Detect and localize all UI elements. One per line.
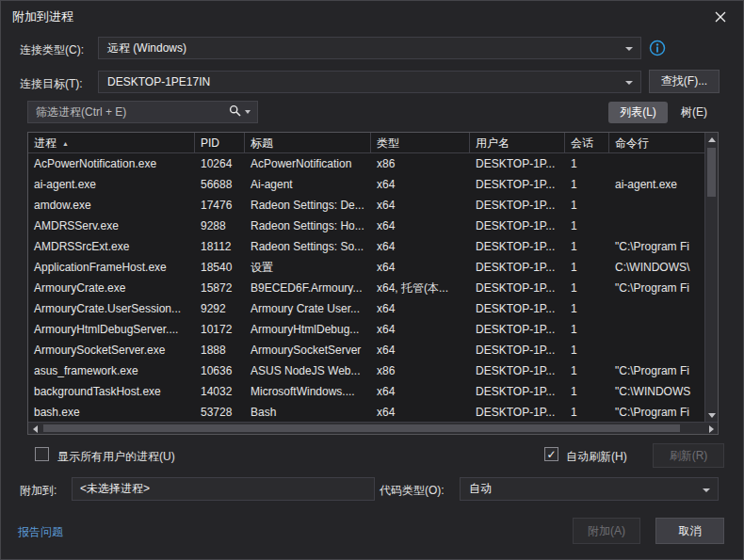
report-problem-link[interactable]: 报告问题 [18, 524, 63, 540]
refresh-button[interactable]: 刷新(R) [653, 443, 724, 468]
column-header-user[interactable]: 用户名 [470, 133, 565, 153]
scroll-up-button[interactable] [705, 133, 719, 146]
connection-type-value: 远程 (Windows) [107, 40, 186, 56]
column-header-cmdline[interactable]: 命令行 [609, 133, 704, 153]
connection-target-label: 连接目标(T): [20, 76, 83, 92]
view-list-button[interactable]: 列表(L) [608, 102, 668, 123]
code-type-combo[interactable]: 自动 [460, 477, 719, 501]
horizontal-scroll-thumb[interactable] [43, 424, 680, 432]
table-row[interactable]: ApplicationFrameHost.exe 18540 设置 x64 DE… [28, 257, 704, 278]
show-all-users-checkbox[interactable]: ✓ [35, 447, 49, 461]
triangle-left-icon [33, 425, 38, 433]
auto-refresh-checkbox[interactable]: ✓ [544, 447, 558, 461]
code-type-label: 代码类型(O): [380, 483, 445, 499]
table-row[interactable]: backgroundTaskHost.exe 14032 MicrosoftWi… [28, 381, 704, 402]
info-icon[interactable] [649, 40, 666, 56]
table-row[interactable]: amdow.exe 17476 Radeon Settings: De... x… [28, 195, 704, 216]
show-all-users-label: 显示所有用户的进程(U) [57, 449, 175, 465]
scroll-left-button[interactable] [28, 423, 41, 435]
table-row[interactable]: ai-agent.exe 56688 Ai-agent x64 DESKTOP-… [28, 174, 704, 195]
column-header-process[interactable]: 进程 ▲ [28, 133, 195, 153]
triangle-down-icon [708, 413, 716, 418]
column-header-session[interactable]: 会话 [565, 133, 609, 153]
filter-input[interactable] [28, 105, 229, 119]
scroll-down-button[interactable] [705, 408, 719, 422]
horizontal-scrollbar[interactable] [28, 422, 718, 434]
cancel-button[interactable]: 取消 [655, 518, 724, 544]
chevron-down-icon [703, 488, 710, 492]
code-type-value: 自动 [469, 481, 492, 497]
triangle-right-icon [709, 425, 714, 433]
sort-ascending-icon: ▲ [62, 134, 69, 153]
vertical-scroll-thumb[interactable] [707, 148, 716, 197]
connection-type-label: 连接类型(C): [20, 42, 84, 58]
table-row[interactable]: ArmouryCrate.UserSession... 9292 Armoury… [28, 298, 704, 319]
triangle-up-icon [708, 137, 716, 142]
column-header-title[interactable]: 标题 [245, 133, 371, 153]
table-row[interactable]: ArmouryCrate.exe 15872 B9ECED6F.Armoury.… [28, 278, 704, 298]
chevron-down-icon [625, 47, 633, 51]
table-row[interactable]: ArmourySocketServer.exe 1888 ArmourySock… [28, 340, 704, 360]
column-header-pid[interactable]: PID [195, 133, 245, 153]
find-button[interactable]: 查找(F)... [649, 70, 720, 93]
table-row[interactable]: ArmouryHtmlDebugServer.... 10172 Armoury… [28, 319, 704, 340]
view-tree-button[interactable]: 树(E) [671, 102, 717, 123]
table-row[interactable]: AMDRSSrcExt.exe 18112 Radeon Settings: S… [28, 236, 704, 257]
scroll-right-button[interactable] [704, 423, 718, 435]
table-body: AcPowerNotification.exe 10264 AcPowerNot… [28, 153, 704, 422]
dialog-title: 附加到进程 [12, 8, 73, 25]
filter-searchbox [27, 101, 258, 123]
check-icon: ✓ [546, 449, 556, 460]
table-header-row: 进程 ▲ PID 标题 类型 用户名 会话 命令行 [28, 133, 704, 153]
connection-type-combo[interactable]: 远程 (Windows) [98, 37, 641, 59]
close-button[interactable] [705, 6, 736, 30]
table-row[interactable]: bash.exe 53728 Bash x64 DESKTOP-1P... 1 … [28, 402, 704, 422]
close-icon [715, 11, 726, 25]
connection-target-combo[interactable]: DESKTOP-1PE17IN [98, 71, 641, 93]
table-row[interactable]: AcPowerNotification.exe 10264 AcPowerNot… [28, 153, 704, 174]
attach-to-field[interactable]: <未选择进程> [72, 477, 375, 501]
table-row[interactable]: asus_framework.exe 10636 ASUS NodeJS Web… [28, 360, 704, 381]
chevron-down-icon [625, 81, 633, 85]
attach-to-label: 附加到: [20, 483, 57, 499]
search-options-caret-icon[interactable] [245, 110, 251, 114]
connection-target-value: DESKTOP-1PE17IN [107, 75, 210, 88]
auto-refresh-label: 自动刷新(H) [566, 449, 627, 465]
vertical-scrollbar[interactable] [704, 133, 718, 422]
attach-to-process-dialog: 附加到进程 连接类型(C): 远程 (Windows) 连接目标(T): DES… [0, 0, 744, 560]
attach-button[interactable]: 附加(A) [573, 518, 640, 544]
column-header-type[interactable]: 类型 [371, 133, 470, 153]
table-row[interactable]: AMDRSServ.exe 9288 Radeon Settings: Ho..… [28, 216, 704, 236]
process-table: 进程 ▲ PID 标题 类型 用户名 会话 命令行 AcPowerNotific… [27, 132, 719, 435]
search-icon[interactable] [229, 104, 241, 120]
